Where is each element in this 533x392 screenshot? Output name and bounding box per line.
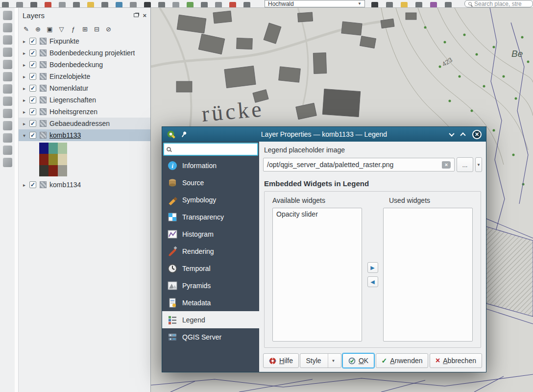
toolbar-icon[interactable] — [215, 2, 222, 8]
shade-window-icon[interactable] — [449, 131, 454, 136]
close-dialog-icon[interactable]: ✕ — [472, 130, 482, 139]
expand-caret-icon[interactable]: ▸ — [21, 86, 28, 91]
layer-visibility-checkbox[interactable]: ✓ — [29, 38, 36, 45]
toolbar-icon[interactable] — [401, 2, 408, 8]
add-group-icon[interactable]: ⊕ — [34, 25, 42, 33]
layer-label[interactable]: komb1134 — [48, 181, 81, 189]
toolbar-icon[interactable] — [172, 2, 179, 8]
toolbar-icon[interactable] — [130, 2, 137, 8]
toolbar-icon[interactable] — [16, 2, 23, 8]
layer-row[interactable]: ▸✓komb1134 — [19, 179, 150, 191]
layer-visibility-checkbox[interactable]: ✓ — [29, 97, 36, 103]
cancel-button[interactable]: × Abbrechen — [430, 353, 482, 368]
sidebar-item-source[interactable]: Source — [162, 174, 259, 191]
layer-label[interactable]: Fixpunkte — [48, 37, 79, 45]
chevron-down-icon[interactable]: ▼ — [328, 354, 336, 368]
theme-combobox[interactable]: Hochwald ▼ — [265, 0, 365, 7]
dialog-titlebar[interactable]: Layer Properties — komb1133 — Legend ✕ — [162, 127, 486, 142]
toolbar-icon[interactable] — [243, 2, 250, 8]
layer-visibility-checkbox[interactable]: ✓ — [29, 85, 36, 92]
expand-caret-icon[interactable]: ▸ — [21, 121, 28, 126]
apply-button[interactable]: ✓ Anwenden — [376, 353, 429, 368]
layer-row[interactable]: ▸✓Bodenbedeckung — [19, 59, 150, 71]
layer-label[interactable]: Bodenbedeckung — [48, 61, 103, 69]
layer-visibility-checkbox[interactable]: ✓ — [29, 61, 36, 68]
toolbar-icon[interactable] — [45, 2, 51, 8]
expand-caret-icon[interactable]: ▸ — [21, 39, 28, 44]
sidebar-item-transparency[interactable]: Transparency — [162, 208, 259, 225]
sidebar-tool-icon[interactable] — [3, 84, 12, 94]
layer-label[interactable]: Gebaeudeadressen — [48, 120, 110, 127]
toolbar-icon[interactable] — [2, 2, 9, 8]
expand-caret-icon[interactable]: ▸ — [21, 62, 28, 68]
sidebar-tool-icon[interactable] — [3, 158, 12, 167]
expand-caret-icon[interactable]: ▸ — [21, 98, 28, 103]
open-layer-styling-icon[interactable]: ✎ — [22, 25, 30, 33]
toolbar-icon[interactable] — [59, 2, 66, 8]
toolbar-icon[interactable] — [116, 2, 122, 8]
layer-label[interactable]: Hoheitsgrenzen — [48, 108, 97, 116]
layer-row[interactable]: ▸✓Bodenbedeckung projektiert — [19, 47, 150, 59]
remove-layer-icon[interactable]: ⊘ — [104, 25, 113, 33]
unshade-window-icon[interactable] — [460, 132, 465, 138]
layer-visibility-checkbox[interactable]: ✓ — [29, 49, 36, 56]
clear-field-icon[interactable]: × — [442, 161, 451, 169]
sidebar-item-qgis-server[interactable]: QGIS Server — [162, 328, 259, 345]
sidebar-tool-icon[interactable] — [3, 97, 12, 106]
toolbar-icon[interactable] — [201, 2, 208, 8]
toolbar-icon[interactable] — [144, 2, 151, 8]
sidebar-tool-icon[interactable] — [3, 133, 12, 143]
toolbar-icon[interactable] — [73, 2, 80, 8]
browse-button[interactable]: ... — [457, 157, 473, 172]
layer-row[interactable]: ▸✓Einzelobjekte — [19, 71, 150, 82]
sidebar-tool-icon[interactable] — [3, 11, 12, 20]
layer-row[interactable]: ▾✓komb1133 — [19, 129, 150, 141]
widget-list-item[interactable]: Opacity slider — [273, 208, 362, 220]
available-widgets-list[interactable]: Opacity slider — [272, 208, 362, 342]
layer-visibility-checkbox[interactable]: ✓ — [29, 120, 36, 127]
sidebar-tool-icon[interactable] — [3, 48, 12, 57]
layer-visibility-checkbox[interactable]: ✓ — [29, 132, 36, 139]
toolbar-icon[interactable] — [371, 2, 378, 8]
layer-label[interactable]: Nomenklatur — [48, 84, 88, 92]
placeholder-image-path-input[interactable]: /opt/qgis_server_data/paletted_raster.pn… — [263, 158, 455, 172]
sidebar-tool-icon[interactable] — [3, 121, 12, 130]
sidebar-item-metadata[interactable]: Metadata — [162, 294, 259, 311]
layer-row[interactable]: ▸✓Gebaeudeadressen — [19, 118, 150, 129]
close-panel-icon[interactable]: × — [143, 12, 146, 19]
toolbar-icon[interactable] — [158, 2, 165, 8]
layer-visibility-checkbox[interactable]: ✓ — [29, 73, 36, 80]
style-button[interactable]: Style ▼ — [300, 353, 341, 368]
browse-dropdown-button[interactable]: ▼ — [475, 157, 482, 172]
toolbar-icon[interactable] — [445, 2, 452, 8]
manage-map-themes-icon[interactable]: ▣ — [46, 25, 54, 33]
collapse-all-icon[interactable]: ⊟ — [93, 25, 101, 33]
sidebar-item-temporal[interactable]: Temporal — [162, 260, 259, 277]
sidebar-tool-icon[interactable] — [3, 109, 12, 118]
layer-visibility-checkbox[interactable]: ✓ — [29, 108, 36, 115]
toolbar-icon[interactable] — [415, 2, 422, 8]
sidebar-tool-icon[interactable] — [3, 23, 12, 32]
layer-label[interactable]: Liegenschaften — [48, 96, 96, 104]
help-button[interactable]: Hilfe — [263, 353, 299, 368]
toolbar-icon[interactable] — [187, 2, 194, 8]
sidebar-tool-icon[interactable] — [3, 146, 12, 155]
expand-caret-icon[interactable]: ▸ — [21, 109, 28, 115]
layer-visibility-checkbox[interactable]: ✓ — [29, 181, 36, 188]
sidebar-item-symbology[interactable]: Symbology — [162, 191, 259, 208]
layer-row[interactable]: ▸✓Nomenklatur — [19, 82, 150, 94]
layer-row[interactable]: ▸✓Hoheitsgrenzen — [19, 106, 150, 118]
pin-icon[interactable] — [180, 130, 188, 138]
sidebar-item-pyramids[interactable]: Pyramids — [162, 277, 259, 294]
collapse-caret-icon[interactable]: ▾ — [21, 133, 28, 138]
sidebar-tool-icon[interactable] — [3, 60, 12, 69]
layer-label[interactable]: Einzelobjekte — [48, 73, 90, 80]
layer-row[interactable]: ▸✓Liegenschaften — [19, 94, 150, 106]
undock-panel-icon[interactable] — [134, 13, 139, 17]
toolbar-icon[interactable] — [386, 2, 393, 8]
expand-all-icon[interactable]: ⊞ — [81, 25, 89, 33]
ok-button[interactable]: OK — [342, 353, 374, 368]
sidebar-item-rendering[interactable]: Rendering — [162, 243, 259, 260]
sidebar-item-legend[interactable]: Legend — [162, 311, 259, 328]
expand-caret-icon[interactable]: ▸ — [21, 182, 28, 188]
